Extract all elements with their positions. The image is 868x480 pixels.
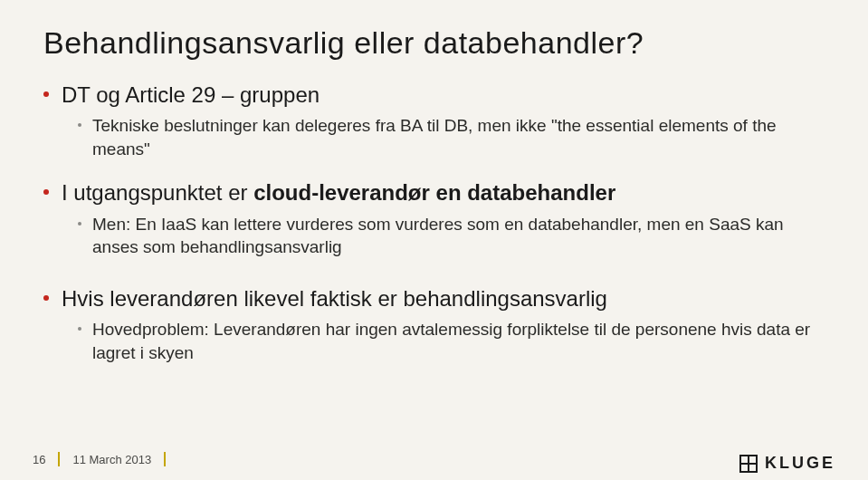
- sub-bullet-text: Men: En IaaS kan lettere vurderes som vu…: [92, 213, 825, 259]
- sub-bullet-marker: [78, 327, 81, 331]
- bullet-item: Hvis leverandøren likevel faktisk er beh…: [43, 284, 825, 364]
- bullet-text: Hvis leverandøren likevel faktisk er beh…: [62, 284, 607, 312]
- sub-bullet-text: Hovedproblem: Leverandøren har ingen avt…: [92, 318, 825, 364]
- brand-logo: KLUGE: [739, 454, 835, 473]
- page-number: 16: [33, 453, 45, 466]
- footer-separator: [164, 452, 166, 466]
- slide-title: Behandlingsansvarlig eller databehandler…: [43, 25, 825, 61]
- sub-bullet-text: Tekniske beslutninger kan delegeres fra …: [92, 114, 825, 160]
- sub-bullet-item: Hovedproblem: Leverandøren har ingen avt…: [78, 318, 825, 364]
- logo-icon: [739, 455, 758, 473]
- sub-bullet-item: Men: En IaaS kan lettere vurderes som vu…: [78, 213, 825, 259]
- bullet-marker: [43, 91, 49, 97]
- footer-separator: [58, 452, 60, 466]
- footer-date: 11 March 2013: [72, 453, 151, 466]
- bullet-marker: [43, 189, 49, 195]
- sub-bullet-marker: [78, 222, 81, 226]
- bullet-text-prefix: I utgangspunktet er: [62, 180, 253, 205]
- bullet-list: DT og Article 29 – gruppen Tekniske besl…: [43, 81, 825, 364]
- sub-bullet-marker: [78, 123, 81, 127]
- bullet-text: I utgangspunktet er cloud-leverandør en …: [62, 178, 615, 206]
- bullet-marker: [43, 295, 49, 301]
- footer: 16 11 March 2013: [0, 449, 868, 469]
- bullet-text-bold: cloud-leverandør en databehandler: [253, 180, 615, 205]
- sub-bullet-item: Tekniske beslutninger kan delegeres fra …: [78, 114, 825, 160]
- bullet-item: DT og Article 29 – gruppen Tekniske besl…: [43, 81, 825, 160]
- logo-text: KLUGE: [765, 454, 835, 473]
- bullet-text: DT og Article 29 – gruppen: [62, 81, 320, 109]
- bullet-item: I utgangspunktet er cloud-leverandør en …: [43, 178, 825, 258]
